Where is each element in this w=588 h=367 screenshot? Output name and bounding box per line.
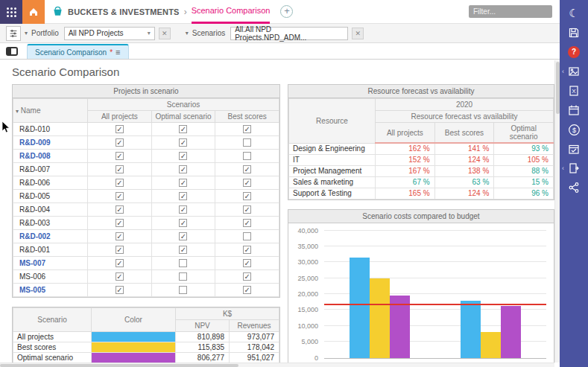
project-checkbox[interactable]: ✓ xyxy=(179,205,187,214)
project-name[interactable]: MS-005 xyxy=(13,284,88,297)
share-button[interactable] xyxy=(560,178,588,197)
project-checkbox[interactable]: ✓ xyxy=(116,125,124,133)
project-checkbox[interactable]: ✓ xyxy=(179,179,187,187)
project-checkbox[interactable]: ✓ xyxy=(179,152,187,160)
project-name[interactable]: R&D-002 xyxy=(13,230,88,243)
project-checkbox[interactable] xyxy=(243,152,251,160)
project-checkbox[interactable]: ✓ xyxy=(243,179,251,187)
resource-name: Project Management xyxy=(289,165,376,176)
scenarios-collapse-caret-icon[interactable]: ▾ xyxy=(186,30,189,36)
budget-line xyxy=(324,304,546,305)
export-image-button[interactable]: ‹ xyxy=(560,62,588,81)
resource-col-best-scores[interactable]: Best scores xyxy=(434,123,494,144)
excel-export-button[interactable]: X xyxy=(560,81,588,100)
tab-menu-icon[interactable]: ≡ xyxy=(116,48,120,57)
project-checkbox[interactable]: ✓ xyxy=(243,286,251,294)
tab-scenario-comparison[interactable]: Scenario Comparison * ≡ xyxy=(27,44,129,59)
scenarios-select[interactable]: All.All NPD Projects.NPD_ADM... xyxy=(230,27,348,40)
legend-scenario: All projects xyxy=(13,332,92,342)
portfolio-collapse-caret-icon[interactable]: ▾ xyxy=(25,30,28,36)
project-name[interactable]: MS-007 xyxy=(13,257,88,270)
resource-value: 88 % xyxy=(494,165,554,176)
name-sort-caret-icon[interactable]: ▾ xyxy=(16,108,19,115)
project-checkbox[interactable] xyxy=(243,232,251,240)
project-checkbox[interactable]: ✓ xyxy=(243,259,251,267)
legend-panel: Scenario Color K$ NPV Revenues All proje… xyxy=(12,307,280,364)
project-checkbox[interactable]: ✓ xyxy=(116,138,124,147)
project-checkbox[interactable] xyxy=(179,259,187,267)
project-checkbox[interactable] xyxy=(179,286,187,294)
bar-group-2020 xyxy=(350,258,410,358)
project-checkbox[interactable]: ✓ xyxy=(243,272,251,281)
main-tab[interactable]: BUCKETS & INVESTMENTS › Scenario Compari… xyxy=(45,0,279,23)
project-checkbox[interactable] xyxy=(179,272,187,281)
project-checkbox[interactable]: ✓ xyxy=(243,165,251,173)
resource-value: 124 % xyxy=(434,188,494,199)
project-checkbox[interactable]: ✓ xyxy=(179,246,187,254)
resource-value: 165 % xyxy=(376,188,435,199)
project-checkbox[interactable]: ✓ xyxy=(116,246,124,254)
project-checkbox[interactable]: ✓ xyxy=(116,232,124,240)
project-checkbox[interactable]: ✓ xyxy=(116,259,124,267)
apps-grid-icon[interactable] xyxy=(0,0,22,24)
project-checkbox[interactable]: ✓ xyxy=(116,165,124,173)
schedule-button[interactable] xyxy=(560,139,588,159)
project-checkbox[interactable]: ✓ xyxy=(179,138,187,147)
theme-moon-button[interactable]: ☾ xyxy=(560,4,588,23)
breadcrumb-root[interactable]: BUCKETS & INVESTMENTS xyxy=(68,7,180,16)
project-checkbox[interactable]: ✓ xyxy=(116,272,124,281)
add-tab-button[interactable]: + xyxy=(280,5,293,18)
resource-col-optimal-scenario[interactable]: Optimal scenario xyxy=(494,123,554,144)
legend-col-revenues: Revenues xyxy=(230,320,279,332)
project-checkbox[interactable]: ✓ xyxy=(116,205,124,214)
bar-all-projects xyxy=(461,301,481,357)
project-checkbox[interactable]: ✓ xyxy=(116,192,124,200)
portfolio-select[interactable]: All NPD Projects ▾ xyxy=(64,27,155,40)
calendar-button[interactable] xyxy=(560,100,588,120)
project-checkbox[interactable]: ✓ xyxy=(179,192,187,200)
project-checkbox[interactable]: ✓ xyxy=(243,219,251,227)
resource-table: Resource 2020 Resource forecast vs avail… xyxy=(288,98,554,200)
scenarios-clear-button[interactable]: ✕ xyxy=(352,28,364,39)
project-checkbox[interactable]: ✓ xyxy=(179,219,187,227)
project-name[interactable]: R&D-009 xyxy=(13,136,88,150)
resource-col-all-projects[interactable]: All projects xyxy=(376,123,435,144)
project-checkbox[interactable]: ✓ xyxy=(116,286,124,294)
chart-yaxis: 05,00010,00015,00020,00025,00030,00035,0… xyxy=(291,231,324,359)
filter-input[interactable] xyxy=(469,5,552,18)
project-checkbox[interactable]: ✓ xyxy=(116,179,124,187)
portfolio-clear-button[interactable]: ✕ xyxy=(159,28,171,39)
legend-revenues: 973,077 xyxy=(230,332,279,342)
project-checkbox[interactable] xyxy=(243,138,251,147)
projects-col-best-scores[interactable]: Best scores xyxy=(215,111,279,123)
project-checkbox[interactable]: ✓ xyxy=(179,232,187,240)
help-button[interactable]: ? xyxy=(560,42,588,62)
breadcrumb-current: Scenario Comparison xyxy=(192,6,271,15)
color-swatch xyxy=(92,353,175,363)
horizontal-scrollbar-thumb[interactable] xyxy=(0,364,238,367)
projects-col-all-projects[interactable]: All projects xyxy=(88,111,152,123)
filter-settings-icon[interactable] xyxy=(6,26,21,41)
horizontal-scrollbar[interactable] xyxy=(0,363,554,367)
home-icon[interactable] xyxy=(22,0,45,24)
project-checkbox[interactable]: ✓ xyxy=(179,125,187,133)
projects-col-optimal-scenario[interactable]: Optimal scenario xyxy=(151,111,215,123)
project-checkbox[interactable]: ✓ xyxy=(243,125,251,133)
y-tick-label: 35,000 xyxy=(297,243,318,250)
save-button[interactable] xyxy=(560,23,588,42)
project-checkbox[interactable]: ✓ xyxy=(243,246,251,254)
project-name: R&D-004 xyxy=(13,203,88,217)
project-checkbox[interactable]: ✓ xyxy=(243,205,251,214)
project-checkbox[interactable]: ✓ xyxy=(116,152,124,160)
project-checkbox[interactable]: ✓ xyxy=(116,219,124,227)
panel-toggle-icon[interactable] xyxy=(6,47,18,56)
document-export-button[interactable]: ‹ xyxy=(560,159,588,178)
project-name[interactable]: R&D-008 xyxy=(13,150,88,163)
project-checkbox[interactable]: ✓ xyxy=(243,192,251,200)
y-tick-label: 5,000 xyxy=(301,338,318,345)
project-name: R&D-001 xyxy=(13,243,88,257)
vertical-scrollbar[interactable] xyxy=(554,60,560,363)
cost-button[interactable]: $ xyxy=(560,120,588,139)
projects-col-name[interactable]: ▾ Name xyxy=(13,99,88,123)
project-checkbox[interactable]: ✓ xyxy=(179,165,187,173)
